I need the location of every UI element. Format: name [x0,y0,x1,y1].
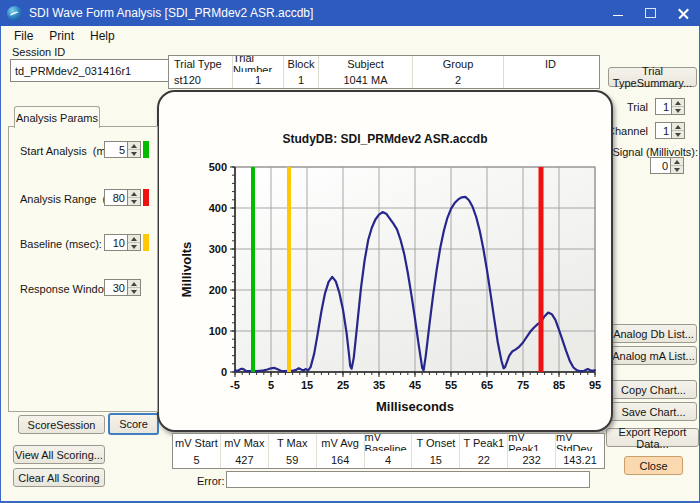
trial-info-cell: 2 [413,72,504,88]
score-button[interactable]: Score [108,413,159,435]
analysis-range-color-bar [143,189,149,206]
close-icon [678,8,689,19]
channel-value[interactable]: 1 [655,122,672,139]
baseline-value[interactable]: 10 [104,234,128,251]
trial-type-summary-button[interactable]: Trial TypeSummary... [608,67,697,87]
svg-text:25: 25 [337,379,349,391]
menu-bar: File Print Help [0,26,700,46]
minimize-button[interactable] [601,0,634,26]
results-header: mV Avg [317,434,365,451]
svg-text:500: 500 [209,161,227,173]
tab-analysis-params[interactable]: Analysis Params [14,106,100,128]
analog-db-list-button[interactable]: Analog Db List... [610,324,697,343]
response-window-spin-arrows[interactable] [128,279,141,296]
clear-all-scoring-button[interactable]: Clear All Scoring [13,468,105,487]
waveform-chart: -551525354555657585950100200300400500Mil… [159,92,611,430]
svg-text:85: 85 [553,379,565,391]
session-id-value: td_PRMdev2_031416r1 [15,65,131,77]
baseline-stepper[interactable]: 10 [104,234,149,251]
channel-spin-arrows[interactable] [672,122,685,139]
svg-text:200: 200 [209,284,227,296]
response-window-stepper[interactable]: 30 [104,279,141,296]
svg-text:15: 15 [301,379,313,391]
view-all-scoring-button[interactable]: View All Scoring... [13,445,105,464]
svg-text:-5: -5 [230,379,240,391]
minimize-icon [613,15,623,16]
svg-text:95: 95 [589,379,601,391]
title-bar: SDI Wave Form Analysis [SDI_PRMdev2 ASR.… [0,0,700,26]
menu-file[interactable]: File [8,27,43,45]
response-window-value[interactable]: 30 [104,279,128,296]
analysis-range-stepper[interactable]: 80 [104,189,149,206]
start-analysis-spin-arrows[interactable] [128,141,141,158]
menu-print[interactable]: Print [43,27,84,45]
score-session-button[interactable]: ScoreSession [18,415,105,434]
start-analysis-stepper[interactable]: 5 [104,141,149,158]
trial-value[interactable]: 1 [655,98,672,115]
svg-text:Millivolts: Millivolts [179,242,194,298]
trial-stepper[interactable]: 1 [655,98,685,115]
maximize-button[interactable] [634,0,667,26]
baseline-label: Baseline (msec): [20,238,102,250]
results-cell: 143.21 [556,451,604,468]
signal-value[interactable]: 0 [650,157,671,174]
trial-info-header: Trial Type [169,56,233,72]
export-report-data-button[interactable]: Export Report Data... [606,428,699,447]
results-header: T Max [269,434,317,451]
results-cell: 5 [173,451,221,468]
baseline-color-bar [143,234,149,251]
baseline-spin-arrows[interactable] [128,234,141,251]
copy-chart-button[interactable]: Copy Chart... [610,380,697,399]
results-header: mV Peak1 [508,434,556,451]
trial-info-cell: 1041 MA [319,72,413,88]
results-cell: 22 [460,451,508,468]
results-cell: 232 [508,451,556,468]
app-icon [7,6,22,21]
results-header: mV StdDev [556,434,604,451]
trial-info-header: Group [413,56,504,72]
results-header: mV Baseline [365,434,413,451]
results-header: mV Start [173,434,221,451]
svg-text:65: 65 [481,379,493,391]
analysis-range-value[interactable]: 80 [104,189,128,206]
svg-text:100: 100 [209,325,227,337]
results-header: T Onset [412,434,460,451]
trial-spin-arrows[interactable] [672,98,685,115]
results-cell: 427 [221,451,269,468]
svg-text:0: 0 [221,366,227,378]
menu-help[interactable]: Help [84,27,125,45]
close-button[interactable]: Close [624,456,683,475]
svg-text:400: 400 [209,202,227,214]
svg-text:Milliseconds: Milliseconds [376,399,454,414]
close-window-button[interactable] [667,0,700,26]
results-header: T Peak1 [460,434,508,451]
results-header: mV Max [221,434,269,451]
trial-info-header: Block [284,56,319,72]
results-cell: 4 [365,451,413,468]
analog-ma-list-button[interactable]: Analog mA List... [610,346,697,365]
error-field[interactable] [226,471,590,488]
session-id-label: Session ID [12,46,65,58]
analysis-range-spin-arrows[interactable] [128,189,141,206]
waveform-chart-panel: StudyDB: SDI_PRMdev2 ASR.accdb SessID: t… [157,90,613,432]
results-cell: 15 [412,451,460,468]
signal-spin-arrows[interactable] [671,157,684,174]
save-chart-button[interactable]: Save Chart... [610,402,697,421]
window-title: SDI Wave Form Analysis [SDI_PRMdev2 ASR.… [29,6,313,20]
signal-stepper[interactable]: 0 [650,157,684,174]
trial-info-header: ID [504,56,597,72]
trial-info-header: Trial Number [233,56,284,72]
start-analysis-value[interactable]: 5 [104,141,128,158]
svg-text:300: 300 [209,243,227,255]
start-analysis-color-bar [143,141,149,158]
channel-stepper[interactable]: 1 [655,122,685,139]
analysis-params-panel [8,126,158,412]
svg-text:35: 35 [373,379,385,391]
results-table: mV Start mV Max T Max mV Avg mV Baseline… [172,433,605,469]
trial-info-table: Trial Type Trial Number Block Subject Gr… [168,55,600,89]
svg-text:5: 5 [268,379,274,391]
maximize-icon [645,8,656,18]
sdi-waveform-analysis-window: { "window": { "title": "SDI Wave Form An… [0,0,700,503]
results-cell: 164 [317,451,365,468]
trial-info-cell [504,72,597,88]
